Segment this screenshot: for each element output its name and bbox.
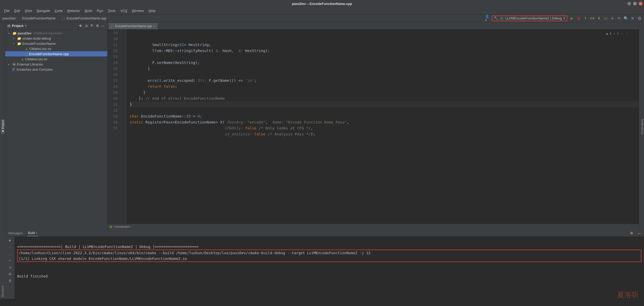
- menu-navigate[interactable]: Navigate: [34, 8, 52, 13]
- editor-tab[interactable]: ⬚ EncodeFunctionName.cpp ×: [109, 23, 158, 29]
- chevron-down-icon[interactable]: ▾: [25, 24, 27, 28]
- menu-build[interactable]: Build: [83, 8, 94, 13]
- rerun-icon[interactable]: ■: [8, 238, 12, 242]
- tree-source-file[interactable]: ⬚ EncodeFunctionName.cpp: [5, 51, 107, 56]
- build-finished-line: Build finished: [17, 274, 48, 278]
- scroll-icon[interactable]: ⇲: [8, 265, 12, 269]
- settings-icon[interactable]: ⚙: [631, 16, 635, 20]
- breadcrumb-sep: 〉: [57, 16, 60, 21]
- add-config-icon[interactable]: 👤▾: [485, 16, 489, 20]
- build-command-highlight: /home/luohun/CLion/clion-2022.3.2/bin/cm…: [17, 250, 641, 262]
- locate-icon[interactable]: ✥: [78, 24, 82, 28]
- project-tool-tab[interactable]: ■ Project: [1, 119, 5, 134]
- stop-icon[interactable]: ■: [610, 16, 614, 20]
- menu-file[interactable]: File: [2, 8, 12, 13]
- code-content[interactable]: SmallString<32> HexString; llvm::MD5::st…: [127, 30, 639, 224]
- editor-tab-bar: ⬚ EncodeFunctionName.cpp ×: [108, 22, 639, 30]
- line-gutter: 19 20 21 22 23 24 25 26 27 28 29 30 31 3…: [108, 30, 122, 224]
- cpp-file-icon: ⬚: [111, 24, 114, 28]
- close-tab-icon[interactable]: ×: [153, 25, 155, 28]
- project-panel-title[interactable]: Project: [12, 24, 23, 28]
- window-title: passDev – EncodeFunctionName.cpp: [292, 2, 352, 6]
- build-panel: Structure Messages: Build × ⚙ — ■ ↑ ↓ ↵ …: [0, 229, 644, 299]
- code-editor[interactable]: ▲ 2 ✔ 2 ︿ ⋮ 19 20 21 22 23 24 25 26 27 2…: [108, 30, 639, 224]
- build-console: ■ ↑ ↓ ↵ ⇲ 🖶 🗑 ====================[ Buil…: [5, 237, 644, 299]
- tree-external-libs[interactable]: ▸🏛 External Libraries: [5, 62, 107, 67]
- namespace-icon: [110, 225, 112, 228]
- menu-bar: File Edit View Navigate Code Refactor Bu…: [0, 7, 644, 14]
- run-config-selector[interactable]: 🔨 ▤ LLVMEncodeFunctionName2 | Debug ▾: [492, 16, 567, 21]
- title-bar: passDev – EncodeFunctionName.cpp: [0, 0, 644, 7]
- collapse-icon[interactable]: ⇱: [90, 24, 94, 28]
- nav-bar: <unnamed>: [108, 224, 639, 229]
- expand-icon[interactable]: ⇲: [84, 24, 88, 28]
- hide-panel-icon[interactable]: —: [637, 231, 641, 235]
- tree-cmake-root[interactable]: ▲ CMakeLists.txt: [5, 56, 107, 62]
- structure-tool-tab[interactable]: Structure: [0, 230, 5, 299]
- breadcrumb-file[interactable]: EncodeFunctionName.cpp: [67, 16, 106, 20]
- project-panel: ▤ Project ▾ ✥ ⇲ ⇱ ⚙ — ▾📁 passDev ~/Deskt…: [5, 22, 108, 229]
- menu-code[interactable]: Code: [53, 8, 65, 13]
- watermark: 夏洛听: [617, 292, 639, 298]
- down-icon[interactable]: ↓: [8, 252, 12, 256]
- main-toolbar: passDev 〉 EncodeFunctionName 〉 ⬚ EncodeF…: [0, 14, 644, 22]
- nav-scope[interactable]: <unnamed>: [114, 225, 130, 229]
- project-panel-header: ▤ Project ▾ ✥ ⇲ ⇱ ⚙ —: [5, 22, 107, 30]
- soft-wrap-icon[interactable]: ↵: [8, 258, 12, 263]
- menu-edit[interactable]: Edit: [12, 8, 22, 13]
- menu-view[interactable]: View: [23, 8, 34, 13]
- reload-icon[interactable]: ↻: [617, 16, 621, 20]
- target-icon: ▤: [500, 16, 504, 20]
- tree-cmake-debug[interactable]: ▸📁 cmake-build-debug: [5, 36, 107, 41]
- left-tool-strip: ■ Project: [0, 22, 5, 229]
- gear-icon[interactable]: ⚙: [95, 24, 100, 28]
- profile-icon[interactable]: ⊙▾: [590, 16, 594, 20]
- coverage-icon[interactable]: ⬆: [583, 16, 587, 20]
- chevron-down-icon: ▾: [563, 16, 565, 20]
- menu-window[interactable]: Window: [130, 8, 146, 13]
- editor-tab-label: EncodeFunctionName.cpp: [115, 24, 152, 28]
- attach-icon[interactable]: ⬇: [597, 16, 601, 20]
- valgrind-icon[interactable]: 🜲: [604, 16, 608, 20]
- tree-cmakelists[interactable]: ▲ CMakeLists.txt: [5, 46, 107, 51]
- console-output[interactable]: ====================[ Build | LLVMEncode…: [15, 237, 644, 299]
- tree-scratches[interactable]: 🗐 Scratches and Consoles: [5, 67, 107, 72]
- menu-help[interactable]: Help: [146, 8, 158, 13]
- project-tree: ▾📁 passDev ~/Desktop/luo/passDev ▸📁 cmak…: [5, 30, 107, 73]
- debug-icon[interactable]: 🐞: [577, 16, 581, 20]
- menu-vcs[interactable]: VCS: [118, 8, 129, 13]
- build-panel-tabs: Messages: Build × ⚙ —: [5, 230, 644, 237]
- breadcrumb-sep: 〉: [17, 16, 21, 21]
- build-header-line: ====================[ Build | LLVMEncode…: [17, 245, 199, 249]
- breadcrumb-folder[interactable]: EncodeFunctionName: [22, 16, 56, 20]
- hammer-icon: 🔨: [494, 16, 498, 20]
- menu-refactor[interactable]: Refactor: [65, 8, 82, 13]
- gutter-marks: [122, 30, 127, 224]
- window-close-button[interactable]: [639, 2, 642, 5]
- menu-run[interactable]: Run: [95, 8, 105, 13]
- tree-root[interactable]: ▾📁 passDev ~/Desktop/luo/passDev: [5, 31, 107, 36]
- run-icon[interactable]: ▶: [570, 16, 574, 20]
- editor-area: ⬚ EncodeFunctionName.cpp × ▲ 2 ✔ 2 ︿ ⋮ 1…: [108, 22, 639, 229]
- build-tab[interactable]: Build ×: [27, 230, 38, 236]
- settings-icon[interactable]: ⚙: [629, 231, 634, 235]
- console-toolbar: ■ ↑ ↓ ↵ ⇲ 🖶 🗑: [5, 237, 15, 299]
- up-icon[interactable]: ↑: [8, 245, 12, 249]
- window-minimize-button[interactable]: [627, 2, 631, 5]
- menu-tools[interactable]: Tools: [106, 8, 118, 13]
- breadcrumb-root[interactable]: passDev: [3, 16, 16, 20]
- notifications-tab[interactable]: Notifications: [641, 119, 644, 134]
- profiler-icon[interactable]: ⏻: [637, 16, 641, 20]
- trash-icon[interactable]: 🗑: [8, 279, 12, 283]
- window-maximize-button[interactable]: [633, 2, 637, 5]
- print-icon[interactable]: 🖶: [8, 272, 12, 276]
- search-icon[interactable]: 🔍: [624, 16, 628, 20]
- messages-tab[interactable]: Messages:: [8, 230, 24, 236]
- tree-pkg[interactable]: ▾📁 EncodeFunctionName: [5, 41, 107, 46]
- right-tool-strip: Notifications Database: [639, 22, 644, 229]
- run-config-label: LLVMEncodeFunctionName2 | Debug: [505, 16, 562, 20]
- breadcrumb: passDev 〉 EncodeFunctionName 〉 ⬚ EncodeF…: [3, 16, 485, 21]
- project-icon: ▤: [7, 24, 10, 28]
- hide-icon[interactable]: —: [101, 24, 105, 28]
